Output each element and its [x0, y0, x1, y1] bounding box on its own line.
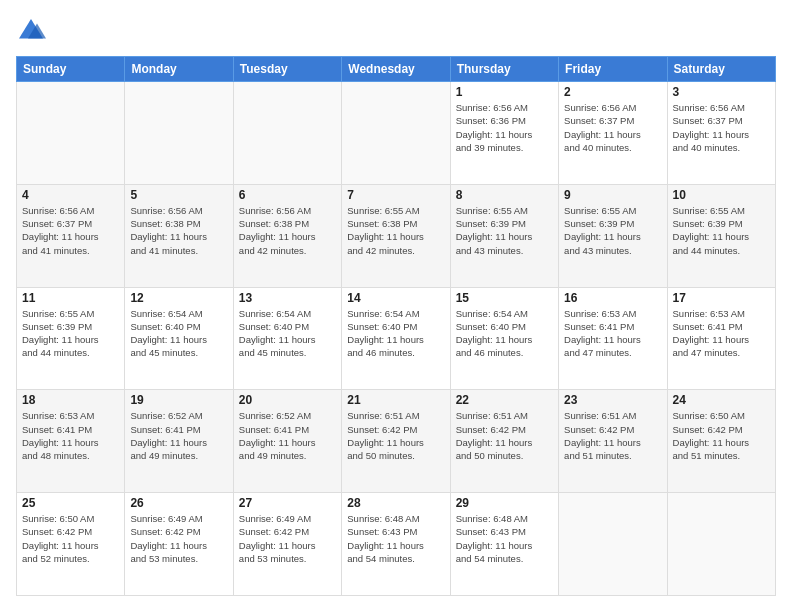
- day-cell: 3Sunrise: 6:56 AM Sunset: 6:37 PM Daylig…: [667, 82, 775, 185]
- day-info: Sunrise: 6:54 AM Sunset: 6:40 PM Dayligh…: [239, 307, 336, 360]
- day-number: 22: [456, 393, 553, 407]
- header-row: SundayMondayTuesdayWednesdayThursdayFrid…: [17, 57, 776, 82]
- day-cell: 27Sunrise: 6:49 AM Sunset: 6:42 PM Dayli…: [233, 493, 341, 596]
- day-info: Sunrise: 6:56 AM Sunset: 6:38 PM Dayligh…: [130, 204, 227, 257]
- day-cell: 25Sunrise: 6:50 AM Sunset: 6:42 PM Dayli…: [17, 493, 125, 596]
- day-info: Sunrise: 6:56 AM Sunset: 6:37 PM Dayligh…: [564, 101, 661, 154]
- day-number: 23: [564, 393, 661, 407]
- day-number: 19: [130, 393, 227, 407]
- week-row-3: 11Sunrise: 6:55 AM Sunset: 6:39 PM Dayli…: [17, 287, 776, 390]
- day-cell: 24Sunrise: 6:50 AM Sunset: 6:42 PM Dayli…: [667, 390, 775, 493]
- day-cell: [559, 493, 667, 596]
- day-cell: [342, 82, 450, 185]
- week-row-4: 18Sunrise: 6:53 AM Sunset: 6:41 PM Dayli…: [17, 390, 776, 493]
- day-cell: 28Sunrise: 6:48 AM Sunset: 6:43 PM Dayli…: [342, 493, 450, 596]
- day-number: 15: [456, 291, 553, 305]
- day-info: Sunrise: 6:55 AM Sunset: 6:39 PM Dayligh…: [22, 307, 119, 360]
- day-info: Sunrise: 6:55 AM Sunset: 6:39 PM Dayligh…: [564, 204, 661, 257]
- day-info: Sunrise: 6:48 AM Sunset: 6:43 PM Dayligh…: [347, 512, 444, 565]
- col-header-tuesday: Tuesday: [233, 57, 341, 82]
- col-header-thursday: Thursday: [450, 57, 558, 82]
- col-header-monday: Monday: [125, 57, 233, 82]
- day-cell: [17, 82, 125, 185]
- day-cell: 7Sunrise: 6:55 AM Sunset: 6:38 PM Daylig…: [342, 184, 450, 287]
- day-info: Sunrise: 6:56 AM Sunset: 6:36 PM Dayligh…: [456, 101, 553, 154]
- day-number: 10: [673, 188, 770, 202]
- day-info: Sunrise: 6:56 AM Sunset: 6:37 PM Dayligh…: [22, 204, 119, 257]
- day-info: Sunrise: 6:53 AM Sunset: 6:41 PM Dayligh…: [22, 409, 119, 462]
- day-number: 28: [347, 496, 444, 510]
- day-number: 12: [130, 291, 227, 305]
- day-info: Sunrise: 6:50 AM Sunset: 6:42 PM Dayligh…: [673, 409, 770, 462]
- day-info: Sunrise: 6:51 AM Sunset: 6:42 PM Dayligh…: [564, 409, 661, 462]
- day-number: 16: [564, 291, 661, 305]
- day-info: Sunrise: 6:54 AM Sunset: 6:40 PM Dayligh…: [347, 307, 444, 360]
- day-info: Sunrise: 6:52 AM Sunset: 6:41 PM Dayligh…: [239, 409, 336, 462]
- day-number: 1: [456, 85, 553, 99]
- logo-icon: [16, 16, 46, 46]
- day-cell: 10Sunrise: 6:55 AM Sunset: 6:39 PM Dayli…: [667, 184, 775, 287]
- day-number: 3: [673, 85, 770, 99]
- day-cell: 2Sunrise: 6:56 AM Sunset: 6:37 PM Daylig…: [559, 82, 667, 185]
- day-cell: [667, 493, 775, 596]
- day-cell: 26Sunrise: 6:49 AM Sunset: 6:42 PM Dayli…: [125, 493, 233, 596]
- day-cell: 29Sunrise: 6:48 AM Sunset: 6:43 PM Dayli…: [450, 493, 558, 596]
- day-number: 25: [22, 496, 119, 510]
- day-number: 5: [130, 188, 227, 202]
- day-info: Sunrise: 6:51 AM Sunset: 6:42 PM Dayligh…: [456, 409, 553, 462]
- day-cell: 4Sunrise: 6:56 AM Sunset: 6:37 PM Daylig…: [17, 184, 125, 287]
- day-cell: 18Sunrise: 6:53 AM Sunset: 6:41 PM Dayli…: [17, 390, 125, 493]
- day-number: 14: [347, 291, 444, 305]
- day-number: 6: [239, 188, 336, 202]
- day-info: Sunrise: 6:55 AM Sunset: 6:39 PM Dayligh…: [456, 204, 553, 257]
- day-number: 7: [347, 188, 444, 202]
- day-cell: 12Sunrise: 6:54 AM Sunset: 6:40 PM Dayli…: [125, 287, 233, 390]
- day-cell: 21Sunrise: 6:51 AM Sunset: 6:42 PM Dayli…: [342, 390, 450, 493]
- day-cell: 9Sunrise: 6:55 AM Sunset: 6:39 PM Daylig…: [559, 184, 667, 287]
- day-cell: 23Sunrise: 6:51 AM Sunset: 6:42 PM Dayli…: [559, 390, 667, 493]
- day-cell: 15Sunrise: 6:54 AM Sunset: 6:40 PM Dayli…: [450, 287, 558, 390]
- week-row-1: 1Sunrise: 6:56 AM Sunset: 6:36 PM Daylig…: [17, 82, 776, 185]
- day-info: Sunrise: 6:49 AM Sunset: 6:42 PM Dayligh…: [239, 512, 336, 565]
- col-header-saturday: Saturday: [667, 57, 775, 82]
- day-cell: 20Sunrise: 6:52 AM Sunset: 6:41 PM Dayli…: [233, 390, 341, 493]
- day-cell: 19Sunrise: 6:52 AM Sunset: 6:41 PM Dayli…: [125, 390, 233, 493]
- day-info: Sunrise: 6:53 AM Sunset: 6:41 PM Dayligh…: [564, 307, 661, 360]
- day-number: 11: [22, 291, 119, 305]
- day-info: Sunrise: 6:54 AM Sunset: 6:40 PM Dayligh…: [456, 307, 553, 360]
- day-info: Sunrise: 6:48 AM Sunset: 6:43 PM Dayligh…: [456, 512, 553, 565]
- day-number: 2: [564, 85, 661, 99]
- day-number: 24: [673, 393, 770, 407]
- day-number: 21: [347, 393, 444, 407]
- day-info: Sunrise: 6:51 AM Sunset: 6:42 PM Dayligh…: [347, 409, 444, 462]
- day-cell: 11Sunrise: 6:55 AM Sunset: 6:39 PM Dayli…: [17, 287, 125, 390]
- day-info: Sunrise: 6:49 AM Sunset: 6:42 PM Dayligh…: [130, 512, 227, 565]
- logo: [16, 16, 50, 46]
- day-cell: 16Sunrise: 6:53 AM Sunset: 6:41 PM Dayli…: [559, 287, 667, 390]
- day-number: 4: [22, 188, 119, 202]
- day-number: 17: [673, 291, 770, 305]
- day-cell: 14Sunrise: 6:54 AM Sunset: 6:40 PM Dayli…: [342, 287, 450, 390]
- day-cell: [125, 82, 233, 185]
- day-info: Sunrise: 6:56 AM Sunset: 6:37 PM Dayligh…: [673, 101, 770, 154]
- day-cell: 13Sunrise: 6:54 AM Sunset: 6:40 PM Dayli…: [233, 287, 341, 390]
- day-info: Sunrise: 6:55 AM Sunset: 6:38 PM Dayligh…: [347, 204, 444, 257]
- day-number: 26: [130, 496, 227, 510]
- day-cell: 22Sunrise: 6:51 AM Sunset: 6:42 PM Dayli…: [450, 390, 558, 493]
- day-info: Sunrise: 6:53 AM Sunset: 6:41 PM Dayligh…: [673, 307, 770, 360]
- day-cell: 8Sunrise: 6:55 AM Sunset: 6:39 PM Daylig…: [450, 184, 558, 287]
- day-number: 13: [239, 291, 336, 305]
- col-header-friday: Friday: [559, 57, 667, 82]
- page: SundayMondayTuesdayWednesdayThursdayFrid…: [0, 0, 792, 612]
- day-cell: [233, 82, 341, 185]
- col-header-sunday: Sunday: [17, 57, 125, 82]
- day-info: Sunrise: 6:55 AM Sunset: 6:39 PM Dayligh…: [673, 204, 770, 257]
- day-number: 9: [564, 188, 661, 202]
- day-info: Sunrise: 6:56 AM Sunset: 6:38 PM Dayligh…: [239, 204, 336, 257]
- day-info: Sunrise: 6:52 AM Sunset: 6:41 PM Dayligh…: [130, 409, 227, 462]
- day-info: Sunrise: 6:50 AM Sunset: 6:42 PM Dayligh…: [22, 512, 119, 565]
- day-cell: 17Sunrise: 6:53 AM Sunset: 6:41 PM Dayli…: [667, 287, 775, 390]
- day-number: 18: [22, 393, 119, 407]
- day-number: 29: [456, 496, 553, 510]
- col-header-wednesday: Wednesday: [342, 57, 450, 82]
